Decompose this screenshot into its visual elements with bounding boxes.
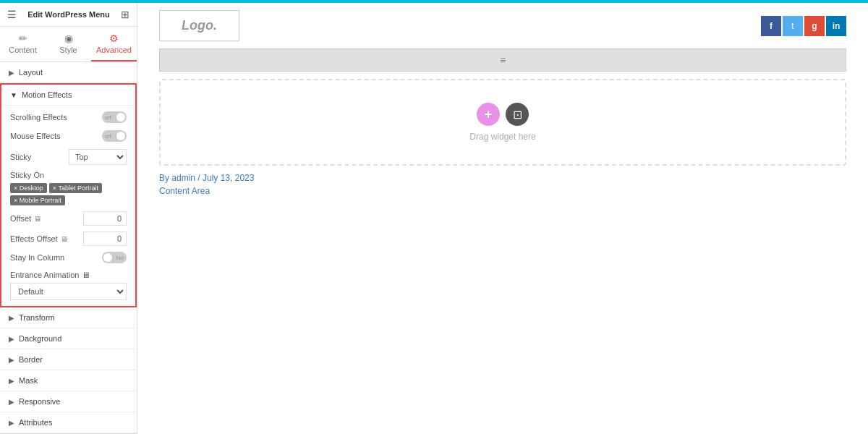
stay-in-column-row: Stay In Column No <box>10 252 127 263</box>
logo: Logo. <box>159 10 239 41</box>
tab-style-label: Style <box>59 46 77 54</box>
twitter-icon[interactable]: t <box>783 16 803 36</box>
border-section[interactable]: ▶ Border <box>0 349 137 370</box>
drag-icons: + ⊡ <box>477 103 529 126</box>
layout-arrow-icon: ▶ <box>9 69 14 77</box>
sticky-tag-desktop-text: × Desktop <box>14 184 43 192</box>
offset-label-text: Offset <box>10 214 31 223</box>
hamburger-icon[interactable]: ☰ <box>7 9 17 20</box>
stay-in-column-label: Stay In Column <box>10 253 64 262</box>
scrolling-toggle-knob <box>116 113 125 122</box>
tab-style[interactable]: ◉ Style <box>46 27 91 61</box>
sticky-tag-mobile-text: × Mobile Portrait <box>14 197 61 204</box>
entrance-animation-label: Entrance Animation 🖥 <box>10 271 127 279</box>
offset-icon: 🖥 <box>34 215 41 223</box>
sticky-row: Sticky Top Bottom None <box>10 149 127 165</box>
attributes-section[interactable]: ▶ Attributes <box>0 412 137 433</box>
widget-type-symbol: ⊡ <box>513 108 522 122</box>
responsive-arrow-icon: ▶ <box>9 398 14 406</box>
border-label: Border <box>19 355 43 364</box>
transform-label: Transform <box>19 313 55 322</box>
header-social-icons: f t g in <box>761 16 846 36</box>
widget-type-icon[interactable]: ⊡ <box>506 103 529 126</box>
responsive-label: Responsive <box>19 397 60 406</box>
sticky-tag-mobile[interactable]: × Mobile Portrait <box>10 195 65 205</box>
entrance-animation-icon: 🖥 <box>82 271 90 279</box>
motion-effects-header[interactable]: ▼ Motion Effects <box>1 85 135 106</box>
motion-effects-arrow-icon: ▼ <box>10 91 17 99</box>
content-meta: By admin / July 13, 2023 <box>159 173 846 183</box>
motion-effects-label: Motion Effects <box>22 90 72 99</box>
tab-content[interactable]: ✏ Content <box>0 27 46 61</box>
effects-offset-input[interactable] <box>83 231 127 246</box>
effects-offset-row: Effects Offset 🖥 <box>10 231 127 246</box>
mouse-toggle-knob <box>116 132 125 140</box>
linkedin-icon-letter: in <box>833 21 841 31</box>
motion-effects-section: ▼ Motion Effects Scrolling Effects off M… <box>0 83 137 307</box>
offset-input[interactable] <box>83 211 127 226</box>
sticky-tag-tablet-text: × Tablet Portrait <box>53 184 98 192</box>
canvas: Logo. f t g in ≡ <box>137 3 868 434</box>
entrance-animation-label-text: Entrance Animation <box>10 271 79 279</box>
scrolling-toggle-text: off <box>105 114 111 121</box>
mask-arrow-icon: ▶ <box>9 377 14 385</box>
nav-menu-icon: ≡ <box>500 54 506 66</box>
tab-advanced-label: Advanced <box>96 46 132 54</box>
offset-row: Offset 🖥 <box>10 211 127 226</box>
sticky-label: Sticky <box>10 153 31 161</box>
stay-in-column-toggle[interactable]: No <box>102 252 127 263</box>
scrolling-effects-toggle[interactable]: off <box>102 111 127 123</box>
attributes-arrow-icon: ▶ <box>9 419 14 427</box>
add-widget-plus: + <box>485 107 493 122</box>
layout-label: Layout <box>19 68 43 77</box>
responsive-section[interactable]: ▶ Responsive <box>0 391 137 412</box>
tab-advanced[interactable]: ⚙ Advanced <box>91 27 137 61</box>
mouse-effects-row: Mouse Effects off <box>10 130 127 142</box>
page-header: Logo. f t g in <box>137 3 868 48</box>
sticky-tag-tablet[interactable]: × Tablet Portrait <box>49 183 102 193</box>
effects-offset-label: Effects Offset 🖥 <box>10 234 68 243</box>
canvas-inner: Logo. f t g in ≡ <box>137 3 868 434</box>
content-tab-icon: ✏ <box>19 33 27 44</box>
motion-effects-content: Scrolling Effects off Mouse Effects off <box>1 106 135 306</box>
layout-section[interactable]: ▶ Layout <box>0 62 137 83</box>
google-icon[interactable]: g <box>804 16 825 36</box>
mask-section[interactable]: ▶ Mask <box>0 370 137 391</box>
page-content-below <box>137 196 868 312</box>
style-tab-icon: ◉ <box>64 33 73 44</box>
mask-label: Mask <box>19 376 38 385</box>
drag-widget-text: Drag widget here <box>469 132 535 142</box>
tabs-bar: ✏ Content ◉ Style ⚙ Advanced <box>0 27 137 62</box>
add-widget-icon[interactable]: + <box>477 103 500 126</box>
entrance-animation-select[interactable]: Default Fade In Fade In Down <box>10 283 127 300</box>
transform-section[interactable]: ▶ Transform <box>0 307 137 328</box>
stay-toggle-knob <box>103 253 112 262</box>
offset-label: Offset 🖥 <box>10 214 41 223</box>
effects-offset-icon: 🖥 <box>61 235 68 243</box>
content-area-text: Content Area <box>159 186 846 196</box>
linkedin-icon[interactable]: in <box>826 16 846 36</box>
mouse-toggle-text: off <box>105 133 111 140</box>
border-arrow-icon: ▶ <box>9 356 14 364</box>
google-icon-letter: g <box>812 21 817 31</box>
attributes-label: Attributes <box>19 418 52 427</box>
scrolling-effects-label: Scrolling Effects <box>10 113 67 122</box>
background-section[interactable]: ▶ Dackground <box>0 328 137 349</box>
sticky-on-label: Sticky On <box>10 171 127 179</box>
facebook-icon[interactable]: f <box>761 16 781 36</box>
sticky-on-container: Sticky On × Desktop × Tablet Portrait × … <box>10 171 127 205</box>
sidebar-title: Edit WordPress Menu <box>27 10 109 19</box>
sticky-select[interactable]: Top Bottom None <box>69 149 127 165</box>
background-arrow-icon: ▶ <box>9 335 14 343</box>
sticky-tag-desktop[interactable]: × Desktop <box>10 183 47 193</box>
sticky-tags: × Desktop × Tablet Portrait × Mobile Por… <box>10 183 127 205</box>
mouse-effects-label: Mouse Effects <box>10 132 61 140</box>
drag-widget-area[interactable]: + ⊡ Drag widget here <box>159 79 846 166</box>
grid-icon[interactable]: ⊞ <box>121 9 129 20</box>
mouse-effects-toggle[interactable]: off <box>102 130 127 142</box>
twitter-icon-letter: t <box>791 21 793 31</box>
advanced-tab-icon: ⚙ <box>109 33 119 44</box>
sidebar-header: ☰ Edit WordPress Menu ⊞ <box>0 3 137 27</box>
tab-content-label: Content <box>9 46 37 54</box>
nav-bar: ≡ <box>159 48 846 72</box>
